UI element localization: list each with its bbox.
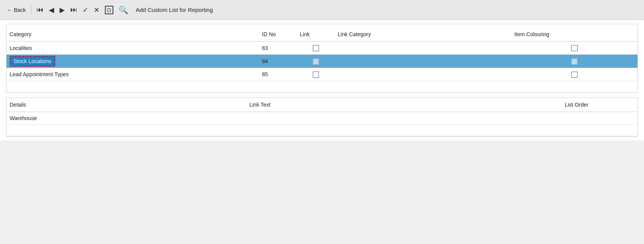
back-label: Back (14, 7, 26, 13)
cell-linkcategory (335, 42, 511, 55)
itemcolouring-checkbox[interactable] (571, 45, 578, 51)
cell-link[interactable] (297, 55, 335, 68)
col-header-itemcolouring: Item Colouring (511, 27, 637, 42)
selected-category-label: Stock Locations (10, 56, 55, 67)
itemcolouring-checkbox[interactable] (571, 58, 578, 65)
zoom-box-icon: ⊡ (105, 6, 113, 14)
link-checkbox[interactable] (313, 58, 319, 65)
cancel-button[interactable]: ✕ (92, 5, 101, 15)
search-icon: 🔍 (119, 5, 128, 15)
cell-idno: 85 (259, 68, 297, 81)
prev-button[interactable]: ◀ (47, 5, 56, 15)
link-checkbox[interactable] (313, 72, 319, 78)
spacer-cell (7, 125, 637, 136)
cell-itemcolouring[interactable] (511, 68, 637, 81)
top-table-header-row: Category ID No Link Link Category Item C… (7, 27, 637, 42)
cell-linkcategory (335, 55, 511, 68)
cell-link[interactable] (297, 42, 335, 55)
prev-icon: ◀ (49, 6, 54, 14)
last-icon: ⏭ (70, 6, 77, 14)
table-row[interactable]: Warehouse (7, 112, 637, 125)
col-header-idno: ID No (259, 27, 297, 42)
zoom-box-button[interactable]: ⊡ (103, 5, 115, 15)
last-button[interactable]: ⏭ (68, 5, 79, 15)
cell-itemcolouring[interactable] (511, 42, 637, 55)
col-header-linkcategory: Link Category (335, 27, 511, 42)
table-row[interactable]: Stock Locations 84 (7, 55, 637, 68)
cell-idno: 83 (259, 42, 297, 55)
spacer-row (7, 81, 637, 92)
next-button[interactable]: ▶ (58, 5, 67, 15)
spacer-row (7, 125, 637, 136)
top-table-section: Category ID No Link Link Category Item C… (6, 24, 638, 93)
col-header-link: Link (297, 27, 335, 42)
top-section-wrapper: Category ID No Link Link Category Item C… (7, 24, 637, 92)
cell-listorder (562, 112, 637, 125)
table-row[interactable]: Lead Appointment Types 85 (7, 68, 637, 81)
link-checkbox[interactable] (313, 45, 319, 51)
cell-idno: 84 (259, 55, 297, 68)
cancel-icon: ✕ (94, 6, 100, 14)
top-table: Category ID No Link Link Category Item C… (7, 27, 637, 92)
cell-category: Localities (7, 42, 259, 55)
search-button[interactable]: 🔍 (117, 5, 130, 15)
itemcolouring-checkbox[interactable] (571, 72, 578, 78)
check-icon: ✓ (83, 6, 88, 14)
col-header-listorder: List Order (562, 98, 637, 112)
confirm-button[interactable]: ✓ (81, 5, 90, 15)
bottom-table: Details Link Text List Order Warehouse (7, 98, 637, 136)
back-arrow-icon: ← (7, 7, 12, 13)
toolbar: ← Back ⏮ ◀ ▶ ⏭ ✓ ✕ ⊡ 🔍 Add Custom List f… (0, 0, 644, 20)
cell-category: Lead Appointment Types (7, 68, 259, 81)
main-content: Category ID No Link Link Category Item C… (0, 20, 644, 140)
cell-link[interactable] (297, 68, 335, 81)
table-row[interactable]: Localities 83 (7, 42, 637, 55)
page-title: Add Custom List for Reporting (136, 7, 213, 13)
col-header-details: Details (7, 98, 246, 112)
bottom-table-header-row: Details Link Text List Order (7, 98, 637, 112)
cell-linkcategory (335, 68, 511, 81)
first-icon: ⏮ (37, 6, 43, 14)
bottom-table-section: Details Link Text List Order Warehouse (6, 97, 638, 137)
cell-linktext (246, 112, 562, 125)
separator-1 (31, 5, 32, 15)
back-button[interactable]: ← Back (5, 6, 28, 14)
first-button[interactable]: ⏮ (35, 5, 45, 15)
spacer-cell (7, 81, 637, 92)
cell-details: Warehouse (7, 112, 246, 125)
cell-itemcolouring[interactable] (511, 55, 637, 68)
col-header-category: Category (7, 27, 259, 42)
cell-category-selected: Stock Locations (7, 55, 259, 68)
col-header-linktext: Link Text (246, 98, 562, 112)
next-icon: ▶ (60, 6, 65, 14)
